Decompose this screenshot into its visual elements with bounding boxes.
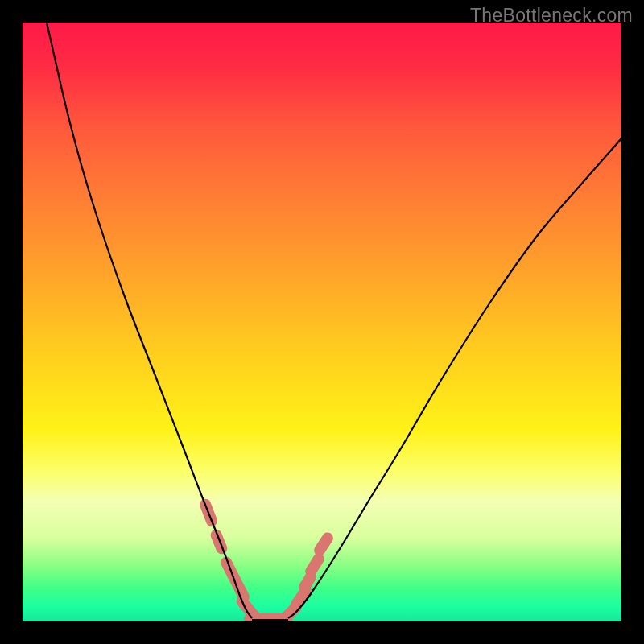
chart-frame: TheBottleneck.com — [0, 0, 644, 644]
chart-svg — [23, 23, 621, 621]
plot-area — [23, 23, 621, 621]
gradient-bg — [23, 23, 621, 621]
dash-right-5 — [320, 538, 328, 550]
dash-right-3 — [304, 577, 310, 587]
watermark-label: TheBottleneck.com — [470, 5, 633, 27]
dash-right-4 — [311, 559, 319, 571]
